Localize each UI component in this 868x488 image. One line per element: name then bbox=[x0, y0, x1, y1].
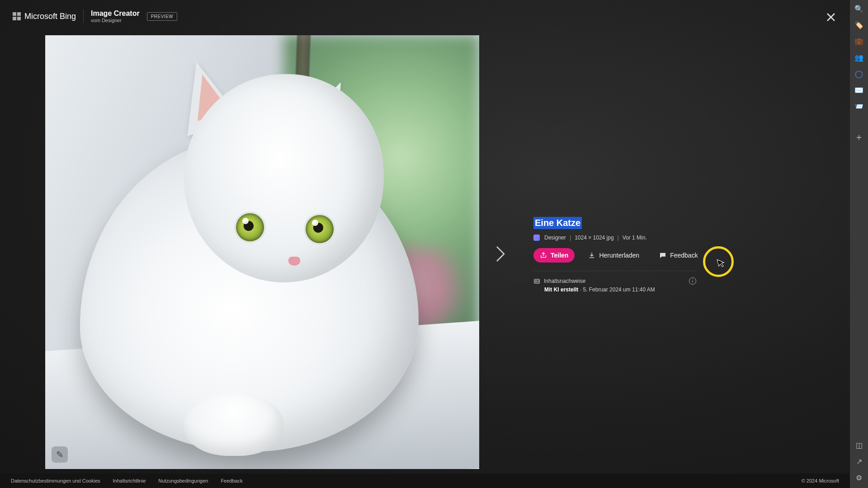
product-title-block: Image Creator vom Designer bbox=[83, 9, 140, 23]
credentials-line: Mit KI erstellt · 5. Februar 2024 um 11:… bbox=[533, 286, 696, 293]
credentials-title: Inhaltsnachweise bbox=[544, 278, 585, 284]
briefcase-icon[interactable]: 💼 bbox=[854, 36, 864, 46]
add-icon[interactable]: ＋ bbox=[854, 132, 864, 142]
popout-icon[interactable]: ↗ bbox=[854, 456, 864, 466]
panel-icon[interactable]: ◫ bbox=[854, 440, 864, 450]
people-icon[interactable]: 👥 bbox=[854, 52, 864, 62]
download-button[interactable]: Herunterladen bbox=[582, 248, 646, 263]
footer-content-policy[interactable]: Inhaltsrichtlinie bbox=[113, 478, 146, 483]
image-details-panel: Eine Katze Designer | 1024 × 1024 jpg | … bbox=[533, 217, 696, 293]
creator-watermark-icon: ✎ bbox=[52, 446, 68, 463]
settings-icon[interactable]: ⚙ bbox=[854, 473, 864, 483]
action-row: Teilen Herunterladen Feedback bbox=[533, 248, 696, 263]
share-label: Teilen bbox=[551, 252, 568, 259]
close-icon bbox=[826, 12, 836, 23]
generation-timestamp: 5. Februar 2024 um 11:40 AM bbox=[583, 286, 655, 293]
next-image-button[interactable] bbox=[491, 244, 510, 264]
close-button[interactable] bbox=[825, 11, 837, 23]
image-illustration: ✎ bbox=[45, 35, 479, 469]
main-stage: Microsoft Bing Image Creator vom Designe… bbox=[0, 0, 850, 488]
logo-text: Microsoft Bing bbox=[24, 12, 76, 21]
meta-source: Designer bbox=[544, 235, 566, 241]
footer: Datenschutzbestimmungen und Cookies Inha… bbox=[0, 474, 850, 488]
office-icon[interactable]: ◯ bbox=[854, 69, 864, 79]
feedback-icon bbox=[659, 252, 666, 259]
divider bbox=[533, 271, 696, 271]
meta-dimensions: 1024 × 1024 jpg bbox=[575, 235, 613, 241]
footer-privacy[interactable]: Datenschutzbestimmungen und Cookies bbox=[11, 478, 100, 483]
prompt-text[interactable]: Eine Katze bbox=[533, 217, 582, 229]
feedback-button[interactable]: Feedback bbox=[653, 248, 704, 263]
download-label: Herunterladen bbox=[599, 252, 639, 259]
credentials-info-button[interactable]: i bbox=[689, 277, 696, 285]
header: Microsoft Bing Image Creator vom Designe… bbox=[0, 0, 850, 33]
bing-logo[interactable]: Microsoft Bing bbox=[13, 12, 76, 21]
send-icon[interactable]: 📨 bbox=[854, 101, 864, 111]
meta-sep: | bbox=[618, 235, 619, 241]
footer-copyright: © 2024 Microsoft bbox=[802, 478, 839, 483]
search-icon[interactable]: 🔍 bbox=[854, 4, 864, 14]
footer-feedback[interactable]: Feedback bbox=[221, 478, 242, 483]
shopping-icon[interactable]: 🏷️ bbox=[854, 20, 864, 30]
product-subtitle: vom Designer bbox=[91, 18, 140, 23]
chevron-right-icon bbox=[495, 245, 506, 263]
share-icon bbox=[540, 252, 547, 259]
designer-icon bbox=[533, 235, 540, 241]
download-icon bbox=[588, 252, 595, 259]
ai-generated-label: Mit KI erstellt bbox=[544, 286, 578, 293]
preview-badge: PREVIEW bbox=[147, 12, 178, 21]
content-credentials: Inhaltsnachweise i Mit KI erstellt · 5. … bbox=[533, 277, 696, 293]
generated-image[interactable]: ✎ bbox=[45, 35, 479, 469]
share-button[interactable]: Teilen bbox=[533, 248, 575, 263]
microsoft-icon bbox=[13, 12, 21, 20]
image-meta: Designer | 1024 × 1024 jpg | Vor 1 Min. bbox=[533, 235, 696, 241]
svg-point-3 bbox=[535, 280, 537, 282]
credentials-icon bbox=[533, 278, 540, 285]
product-name: Image Creator bbox=[91, 9, 140, 18]
feedback-label: Feedback bbox=[670, 252, 698, 259]
meta-age: Vor 1 Min. bbox=[623, 235, 647, 241]
timestamp-sep: · bbox=[578, 286, 583, 293]
edge-sidebar: 🔍 🏷️ 💼 👥 ◯ ✉️ 📨 ＋ ◫ ↗ ⚙ bbox=[850, 0, 868, 488]
outlook-icon[interactable]: ✉️ bbox=[854, 85, 864, 95]
meta-sep: | bbox=[570, 235, 571, 241]
footer-terms[interactable]: Nutzungsbedingungen bbox=[158, 478, 208, 483]
